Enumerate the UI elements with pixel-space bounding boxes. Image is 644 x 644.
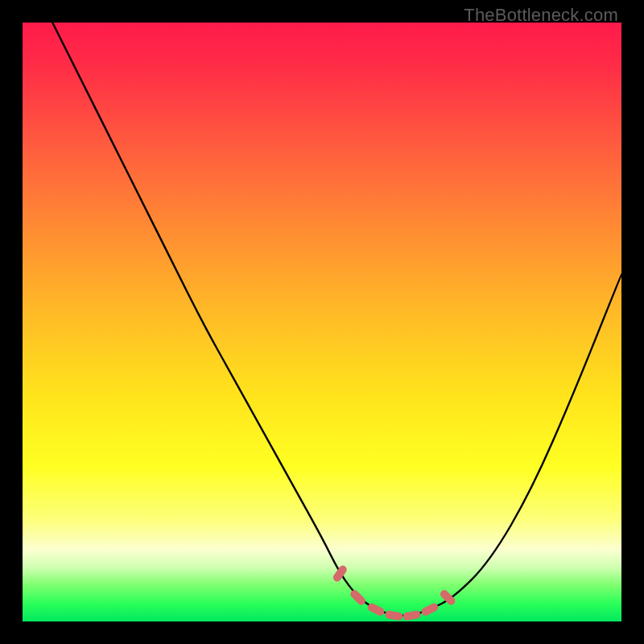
bottleneck-curve [52,23,621,616]
chart-frame [23,23,621,621]
accent-dash [385,610,403,621]
optimal-range-marks [332,564,457,621]
accent-dash [366,602,386,617]
watermark-text: TheBottleneck.com [464,5,618,26]
accent-dash [349,588,367,607]
bottleneck-chart [23,23,621,621]
accent-dash [420,602,440,617]
accent-dash [402,610,421,621]
